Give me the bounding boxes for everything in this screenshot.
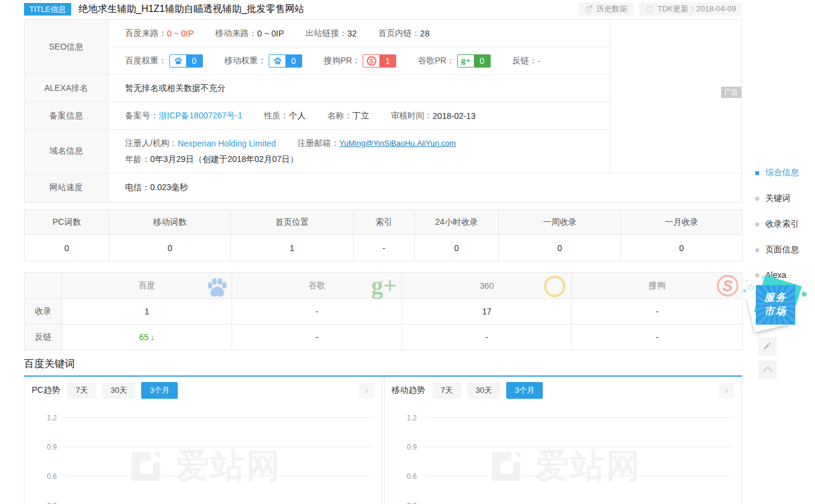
engine-header-360: 360: [402, 273, 572, 299]
stats-value: 0: [621, 235, 743, 261]
topbar-actions: 历史数据 TDK更新：2018-04-09: [578, 2, 743, 16]
mobile-trend-expand-button[interactable]: ›: [719, 383, 734, 398]
backlinks-value-link[interactable]: -: [537, 56, 540, 66]
baidu-backlink-value[interactable]: 65↓: [62, 325, 232, 350]
mobile-weight-value: 0: [285, 55, 302, 67]
decor-dot: [748, 285, 754, 291]
down-arrow-icon: ↓: [150, 332, 154, 342]
google-plus-icon: g+: [458, 55, 474, 67]
backlinks-stat: 反链：-: [512, 56, 540, 66]
alexa-rank-row: ALEXA排名 暂无排名或相关数据不充分: [25, 75, 610, 102]
pc-trend-7d-button[interactable]: 7天: [67, 382, 96, 399]
360-collect-value: 17: [402, 299, 572, 325]
service-market-widget[interactable]: 服务 市场: [749, 276, 809, 336]
trend-charts: PC趋势 7天 30天 3个月 › 爱站网 1.2 0.9 0.6 0.3 移动…: [24, 377, 742, 504]
360-circle-icon: [544, 276, 565, 297]
baidu-mobile-paw-icon: M: [269, 55, 285, 67]
baidu-weight-stat: 百度权重： 0: [125, 54, 203, 68]
pc-trend-3m-button[interactable]: 3个月: [141, 382, 178, 399]
registrant-link[interactable]: Nexperian Holding Limited: [178, 139, 276, 148]
google-collect-value: -: [232, 299, 402, 325]
register-email-pair: 注册邮箱：YuMing@YinSiBaoHu.AliYun.com: [297, 138, 456, 149]
site-speed-value: 电信：0.023毫秒: [125, 182, 188, 193]
pc-trend-chart: 1.2 0.9 0.6 0.3: [25, 414, 382, 504]
engine-header-google: 谷歌 g+: [232, 273, 402, 299]
decor-dot: [746, 280, 747, 282]
engine-header-sogou: 搜狗 S: [572, 273, 743, 299]
stats-value: 0: [499, 235, 621, 261]
tdk-update-label: TDK更新：2018-04-09: [658, 4, 737, 14]
sogou-pr-value: 1: [379, 55, 396, 67]
stats-header: 24小时收录: [415, 210, 499, 235]
feedback-edit-button[interactable]: [758, 337, 777, 356]
ad-tag: 广告: [721, 87, 741, 98]
domain-age-pair: 年龄：0年3月29日（创建于2018年02月07日）: [125, 154, 298, 165]
site-speed-label: 网站速度: [25, 173, 108, 202]
stats-value: 0: [415, 235, 499, 261]
google-pr-badge[interactable]: g+ 0: [457, 54, 491, 68]
icp-nature-pair: 性质：个人: [264, 111, 306, 121]
alexa-rank-value: 暂无排名或相关数据不充分: [125, 83, 226, 94]
nav-item-keywords[interactable]: 关键词: [755, 193, 799, 204]
chevron-right-icon: ›: [725, 384, 728, 396]
pc-trend-title: PC趋势: [32, 385, 60, 396]
stats-value: 0: [25, 235, 110, 261]
domain-info-row: 域名信息 注册人/机构：Nexperian Holding Limited 注册…: [25, 130, 610, 173]
seo-info-row: SEO信息 百度来路：0 ~ 0 IP 移动来路：0 ~ 0 IP 出站链接：3…: [25, 20, 610, 75]
homepage-internal-links-stat: 首页内链：28: [378, 28, 430, 39]
pc-trend-panel: PC趋势 7天 30天 3个月 › 爱站网 1.2 0.9 0.6 0.3: [24, 377, 382, 504]
mobile-trend-panel: 移动趋势 7天 30天 3个月 › 爱站网 1.2 0.9 0.6 0.3: [384, 377, 743, 504]
domain-info-label: 域名信息: [25, 130, 108, 173]
baidu-paw-icon: [204, 274, 230, 303]
nav-item-index[interactable]: 收录索引: [755, 219, 799, 230]
history-data-label: 历史数据: [597, 4, 628, 14]
nav-item-page-info[interactable]: 页面信息: [755, 245, 799, 255]
register-email-link[interactable]: YuMing@YinSiBaoHu.AliYun.com: [339, 139, 456, 148]
stats-value: 0: [110, 235, 231, 261]
sogou-pr-stat: 搜狗PR： S 1: [324, 54, 396, 68]
mobile-trend-30d-button[interactable]: 30天: [467, 382, 500, 399]
engine-header-baidu: 百度: [62, 273, 232, 299]
pc-trend-expand-button[interactable]: ›: [359, 383, 375, 398]
chevron-right-icon: ›: [365, 384, 369, 396]
chevron-up-icon: [762, 365, 773, 374]
mobile-weight-badge[interactable]: M 0: [269, 54, 302, 68]
sogou-s-icon: S: [717, 275, 738, 297]
back-to-top-button[interactable]: [758, 361, 777, 379]
stats-header: 索引: [354, 210, 415, 235]
mobile-trend-7d-button[interactable]: 7天: [433, 382, 461, 399]
icp-audit-date-pair: 审核时间：2018-02-13: [391, 111, 476, 121]
sogou-pr-badge[interactable]: S 1: [363, 54, 396, 68]
history-data-button[interactable]: 历史数据: [578, 2, 634, 16]
outbound-links-stat: 出站链接：32: [306, 28, 357, 39]
360-backlink-value: -: [402, 325, 572, 350]
mobile-trend-chart: 1.2 0.9 0.6 0.3: [385, 414, 742, 504]
baidu-weight-badge[interactable]: 0: [169, 54, 203, 68]
stats-header: 移动词数: [110, 210, 231, 235]
bullet-icon: [755, 197, 759, 201]
mobile-trend-title: 移动趋势: [392, 385, 425, 396]
site-speed-row: 网站速度 电信：0.023毫秒: [25, 173, 741, 202]
mobile-trend-3m-button[interactable]: 3个月: [506, 382, 543, 399]
icp-number-pair: 备案号：浙ICP备18007267号-1: [125, 111, 242, 121]
nav-item-general-info[interactable]: 综合信息: [755, 167, 799, 178]
sogou-backlink-value: -: [572, 325, 743, 350]
service-market-button[interactable]: 服务 市场: [756, 285, 795, 325]
page-title: 绝地求生辅助_H1Z1辅助自瞄透视辅助_批发零售网站: [78, 3, 304, 16]
google-plus-icon: g+: [371, 273, 397, 299]
decor-dot: [743, 289, 746, 292]
icp-number-link[interactable]: 浙ICP备18007267号-1: [159, 111, 242, 121]
title-bar: TITLE信息 绝地求生辅助_H1Z1辅助自瞄透视辅助_批发零售网站 历史数据 …: [24, 1, 742, 17]
collect-row: 收录 1 - 17 -: [25, 299, 743, 325]
icp-name-pair: 名称：丁立: [327, 111, 369, 121]
tdk-update-button[interactable]: TDK更新：2018-04-09: [639, 2, 743, 16]
seo-info-label: SEO信息: [25, 20, 108, 74]
ad-area[interactable]: 广告: [610, 20, 741, 173]
site-info-box: SEO信息 百度来路：0 ~ 0 IP 移动来路：0 ~ 0 IP 出站链接：3…: [24, 19, 742, 203]
title-info-badge: TITLE信息: [24, 3, 71, 16]
pc-trend-30d-button[interactable]: 30天: [102, 382, 135, 399]
sogou-collect-value: -: [572, 299, 743, 325]
alexa-rank-label: ALEXA排名: [25, 75, 108, 102]
search-engine-table: 百度 谷歌 g+ 360 搜狗 S 收录 1 - 17 - 反链 65↓ - -…: [24, 272, 743, 350]
keyword-stats-table: PC词数 移动词数 首页位置 索引 24小时收录 一周收录 一月收录 0 0 1…: [24, 209, 743, 261]
